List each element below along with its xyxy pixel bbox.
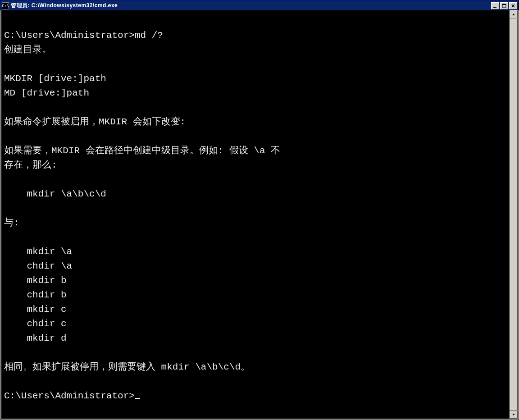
output-line: 存在，那么: xyxy=(4,160,57,170)
cursor xyxy=(135,398,140,399)
svg-rect-0 xyxy=(493,7,496,8)
minimize-button[interactable] xyxy=(491,2,499,9)
output-line: 相同。如果扩展被停用，则需要键入 mkdir \a\b\c\d。 xyxy=(4,362,250,372)
output-line: MKDIR [drive:]path xyxy=(4,73,106,84)
prompt-text: C:\Users\Administrator> xyxy=(4,391,135,401)
scroll-thumb[interactable] xyxy=(510,18,518,411)
output-line: mkdir c xyxy=(4,304,67,315)
output-line: MD [drive:]path xyxy=(4,88,89,98)
output-line: mkdir d xyxy=(4,333,67,343)
svg-marker-6 xyxy=(512,414,515,415)
output-line: 如果命令扩展被启用，MKDIR 会如下改变: xyxy=(4,117,186,127)
output-line: mkdir \a xyxy=(4,247,72,257)
scroll-track[interactable] xyxy=(510,18,518,411)
output-line: chdir c xyxy=(4,319,67,329)
output-line: chdir b xyxy=(4,290,67,300)
maximize-button[interactable] xyxy=(500,2,508,9)
scroll-down-button[interactable] xyxy=(510,411,518,419)
client-area: C:\Users\Administrator>md /? 创建目录。 MKDIR… xyxy=(0,10,519,420)
window-controls xyxy=(491,2,517,9)
vertical-scrollbar[interactable] xyxy=(510,10,518,419)
output-line: 与: xyxy=(4,218,19,228)
output-line: mkdir \a\b\c\d xyxy=(4,189,106,199)
output-line: 如果需要，MKDIR 会在路径中创建中级目录。例如: 假设 \a 不 xyxy=(4,146,280,156)
output-line: chdir \a xyxy=(4,261,72,271)
output-line: mkdir b xyxy=(4,275,67,286)
svg-marker-5 xyxy=(512,14,515,15)
output-line: 创建目录。 xyxy=(4,45,51,55)
svg-rect-2 xyxy=(502,4,506,5)
window-title: 管理员: C:\Windows\system32\cmd.exe xyxy=(11,2,491,9)
terminal-output[interactable]: C:\Users\Administrator>md /? 创建目录。 MKDIR… xyxy=(1,10,510,419)
cmd-icon: C:\ xyxy=(2,2,9,9)
scroll-up-button[interactable] xyxy=(510,10,518,18)
command-text: md /? xyxy=(135,30,163,41)
prompt-text: C:\Users\Administrator> xyxy=(4,30,135,41)
close-button[interactable] xyxy=(509,2,517,9)
cmd-window: C:\ 管理员: C:\Windows\system32\cmd.exe C:\… xyxy=(0,0,519,420)
titlebar[interactable]: C:\ 管理员: C:\Windows\system32\cmd.exe xyxy=(0,0,519,10)
